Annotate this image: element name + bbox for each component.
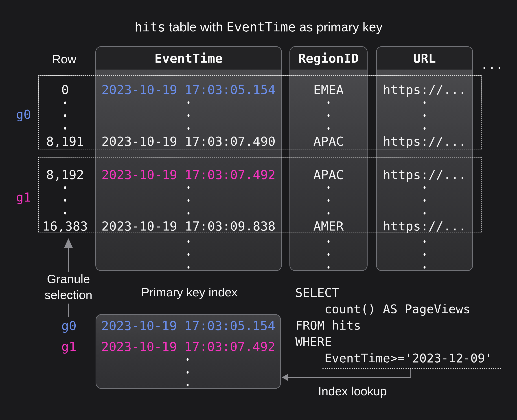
ellipsis-dots: [328, 240, 330, 269]
ellipsis-dots: [328, 101, 330, 130]
ellipsis-dots: [187, 101, 190, 130]
cell-region: EMEA: [314, 83, 344, 96]
pk-entry-label-g0: g0: [61, 320, 76, 332]
column-header-url: URL: [377, 47, 472, 69]
row-column-header: Row: [52, 53, 76, 65]
ellipsis-dots: [424, 240, 426, 269]
column-header-regionid: RegionID: [290, 47, 367, 69]
cell-url: https://...: [383, 220, 466, 232]
title-eventtime: EventTime: [226, 20, 296, 34]
title-hits: hits: [135, 20, 165, 34]
cell-region: APAC: [314, 168, 344, 181]
where-clause-underline: [322, 368, 501, 369]
ellipsis-dots: [64, 101, 66, 130]
sql-query: SELECT count() AS PageViews FROM hits WH…: [295, 285, 492, 366]
page-title: hits table with EventTime as primary key: [0, 20, 517, 34]
pk-entry-label-g1: g1: [61, 340, 76, 353]
pk-entry-value-g1: 2023-10-19 17:03:07.492: [101, 340, 275, 353]
primary-key-index-title: Primary key index: [141, 286, 237, 298]
granule-selection-label-line2: selection: [45, 289, 92, 301]
cell-row-number: 16,383: [42, 220, 88, 232]
cell-event-time: 2023-10-19 17:03:07.492: [101, 168, 275, 181]
cell-event-time: 2023-10-19 17:03:07.490: [101, 135, 275, 148]
title-mid: table with: [165, 20, 226, 34]
cell-url: https://...: [383, 168, 466, 181]
title-suffix: as primary key: [296, 20, 382, 34]
ellipsis-dots: [187, 240, 190, 269]
ellipsis-dots: [424, 101, 426, 130]
more-columns-ellipsis: ...: [480, 58, 503, 71]
index-lookup-arrow-line: [287, 377, 411, 378]
granule-selection-arrow-tail: [68, 304, 69, 317]
ellipsis-dots: [187, 358, 189, 386]
cell-row-number: 8,191: [46, 135, 84, 148]
cell-row-number: 0: [61, 83, 69, 96]
cell-region: APAC: [314, 135, 344, 148]
cell-url: https://...: [383, 135, 466, 148]
granule-label-g0: g0: [16, 108, 31, 121]
diagram-canvas: hits table with EventTime as primary key…: [0, 0, 517, 420]
column-header-eventtime: EventTime: [96, 47, 281, 69]
cell-event-time: 2023-10-19 17:03:05.154: [101, 83, 275, 96]
granule-label-g1: g1: [16, 191, 31, 203]
cell-url: https://...: [383, 83, 466, 96]
index-lookup-label: Index lookup: [318, 385, 387, 397]
pk-entry-value-g0: 2023-10-19 17:03:05.154: [101, 320, 275, 332]
cell-region: AMER: [314, 220, 344, 232]
ellipsis-dots: [187, 186, 190, 215]
cell-row-number: 8,192: [46, 168, 84, 181]
ellipsis-dots: [424, 186, 426, 215]
granule-selection-arrowhead: [64, 238, 73, 248]
cell-event-time: 2023-10-19 17:03:09.838: [101, 220, 275, 232]
index-lookup-connector: [410, 369, 411, 377]
granule-selection-label-line1: Granule: [47, 273, 90, 285]
index-lookup-arrowhead: [282, 374, 288, 381]
ellipsis-dots: [64, 186, 66, 215]
granule-selection-arrow-line: [68, 247, 69, 272]
ellipsis-dots: [328, 186, 330, 215]
